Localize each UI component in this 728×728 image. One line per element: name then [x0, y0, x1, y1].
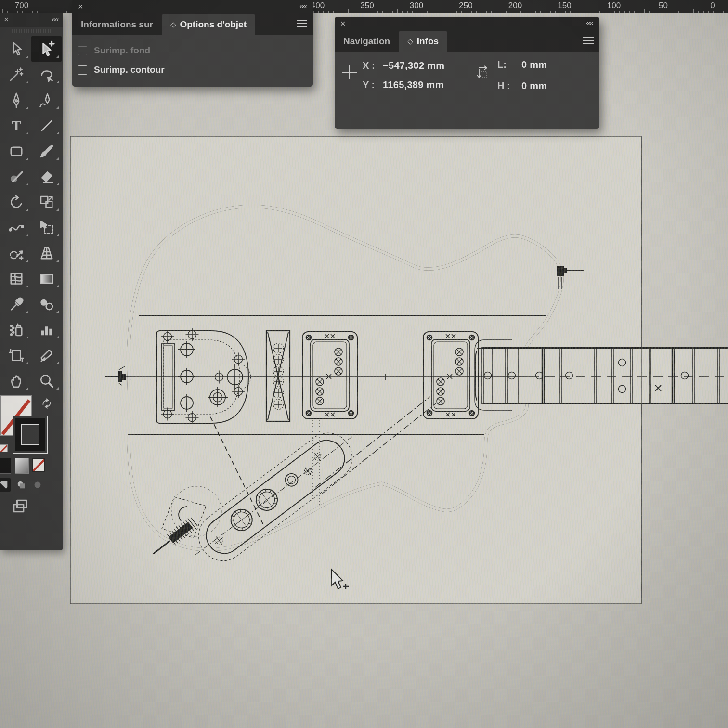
type-tool[interactable]: T: [1, 113, 31, 138]
width-tool[interactable]: [1, 215, 31, 240]
shape-builder-tool[interactable]: [1, 240, 31, 266]
surimp-fond-checkbox[interactable]: [78, 46, 87, 55]
l-label: L:: [497, 59, 507, 70]
blend-tool[interactable]: [31, 291, 62, 317]
color-button[interactable]: [0, 458, 11, 474]
ruler-label: 200: [508, 1, 522, 11]
panel-close-icon[interactable]: ×: [78, 2, 83, 12]
tab-toggle-icon: ◇: [407, 37, 413, 46]
scale-tool[interactable]: [31, 189, 62, 215]
slice-tool[interactable]: [31, 342, 62, 368]
tab-informations-sur[interactable]: Informations sur: [72, 14, 162, 35]
cursor-position-icon: [341, 64, 358, 80]
paintbrush-tool[interactable]: [31, 138, 62, 164]
draw-inside-icon[interactable]: [31, 478, 44, 492]
tab-navigation[interactable]: Navigation: [335, 31, 399, 52]
l-value: 0 mm: [521, 59, 547, 70]
h-value: 0 mm: [521, 80, 547, 91]
y-label: Y :: [363, 79, 375, 91]
ruler-label: 400: [311, 1, 325, 11]
svg-text:T: T: [11, 117, 21, 133]
gradient-button[interactable]: [15, 458, 29, 474]
zoom-tool[interactable]: [31, 368, 62, 393]
tab-options-objet[interactable]: ◇ Options d'objet: [162, 14, 255, 35]
artboard-tool[interactable]: [1, 342, 31, 368]
stroke-swatch[interactable]: [13, 416, 48, 454]
fill-stroke-widget: [0, 394, 63, 456]
x-value: −547,302 mm: [383, 60, 444, 71]
screen-mode-row: [0, 496, 63, 518]
pen-tool[interactable]: [1, 87, 31, 113]
swap-fill-stroke-icon[interactable]: [40, 397, 53, 410]
toolbar: × «« T: [0, 13, 63, 550]
draw-normal-icon[interactable]: [0, 478, 11, 492]
default-swatches-icon[interactable]: [0, 444, 8, 452]
rectangle-tool[interactable]: [1, 138, 31, 164]
x-label: X :: [363, 60, 375, 71]
screen-mode-icon[interactable]: [8, 496, 33, 516]
draw-behind-icon[interactable]: [14, 478, 28, 492]
y-value: 1165,389 mm: [383, 79, 444, 91]
panel-menu-icon[interactable]: [297, 20, 307, 28]
hand-tool[interactable]: [1, 368, 31, 393]
eraser-tool[interactable]: [31, 164, 62, 189]
direct-selection-tool[interactable]: [31, 36, 62, 62]
ruler-label: 350: [360, 1, 374, 11]
guitar-neck[interactable]: [475, 340, 728, 410]
ruler-label: 150: [558, 1, 571, 11]
rotate-tool[interactable]: [1, 189, 31, 215]
symbol-sprayer-tool[interactable]: [1, 317, 31, 342]
free-transform-tool[interactable]: [31, 215, 62, 240]
tab-toggle-icon: ◇: [170, 20, 176, 29]
panel-menu-icon[interactable]: [583, 37, 594, 45]
ruler-label: 300: [410, 1, 423, 11]
drawing-modes-row: [0, 477, 63, 494]
ruler-label: 100: [607, 1, 621, 11]
curvature-tool[interactable]: [31, 87, 62, 113]
lasso-tool[interactable]: [31, 62, 62, 87]
h-label: H :: [497, 80, 510, 91]
color-mode-row: [0, 457, 63, 475]
selection-tool[interactable]: [1, 36, 31, 62]
info-panel: × «« Navigation ◇ Infos X : −547,302 mm …: [335, 17, 599, 129]
illustrator-window: 700400350300250200150100500 × «« T: [0, 0, 728, 728]
mesh-tool[interactable]: [1, 266, 31, 291]
panel-close-icon[interactable]: ×: [340, 19, 346, 29]
ruler-label: 250: [459, 1, 472, 11]
toolbar-close-icon[interactable]: ×: [4, 15, 9, 25]
gradient-tool[interactable]: [31, 266, 62, 291]
none-button[interactable]: [32, 458, 45, 472]
ruler-label: 700: [15, 1, 28, 11]
checkbox-row-surimp-contour: Surimp. contour: [78, 65, 165, 75]
tab-infos[interactable]: ◇ Infos: [399, 31, 447, 52]
toolbar-collapse-icon[interactable]: ««: [52, 15, 58, 23]
shaper-tool[interactable]: [1, 164, 31, 189]
checkbox-row-surimp-fond: Surimp. fond: [78, 45, 150, 56]
object-options-panel: × «« Informations sur ◇ Options d'objet …: [72, 0, 313, 87]
surimp-contour-checkbox[interactable]: [78, 65, 87, 75]
column-graph-tool[interactable]: [31, 317, 62, 342]
eyedropper-tool[interactable]: [1, 291, 31, 317]
dimensions-icon: [477, 65, 492, 81]
toolbar-grip[interactable]: [12, 29, 51, 33]
ruler-label: 0: [710, 1, 715, 11]
perspective-grid-tool[interactable]: [31, 240, 62, 266]
panel-collapse-icon[interactable]: ««: [586, 19, 593, 27]
ruler-label: 50: [659, 1, 668, 11]
magic-wand-tool[interactable]: [1, 62, 31, 87]
line-segment-tool[interactable]: [31, 113, 62, 138]
panel-collapse-icon[interactable]: ««: [299, 2, 306, 11]
